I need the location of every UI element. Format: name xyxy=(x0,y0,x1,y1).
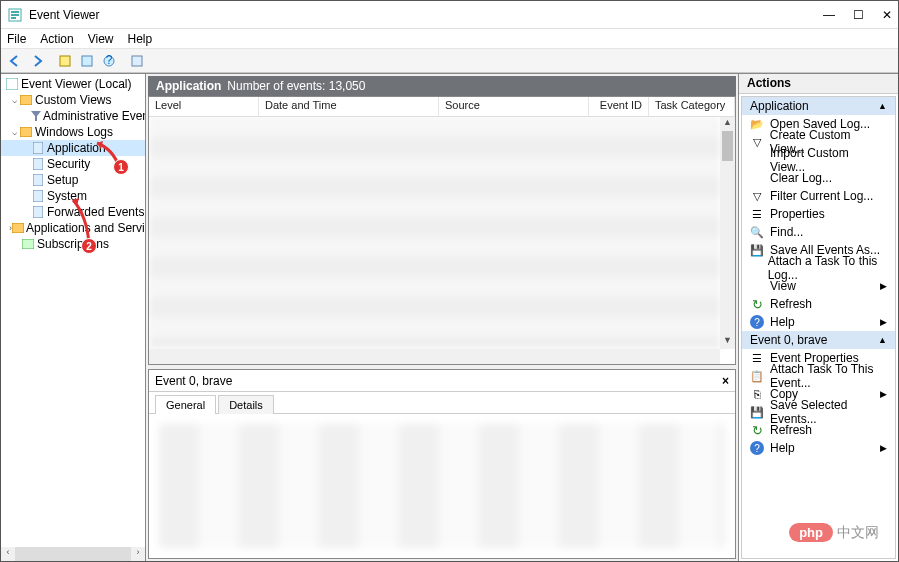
svg-rect-3 xyxy=(11,17,16,19)
tab-details[interactable]: Details xyxy=(218,395,274,414)
minimize-button[interactable]: — xyxy=(823,8,835,22)
log-icon xyxy=(31,189,45,203)
grid-count: Number of events: 13,050 xyxy=(227,79,365,93)
blank-icon xyxy=(750,261,762,275)
filter-icon: ▽ xyxy=(750,135,764,149)
detail-title: Event 0, brave xyxy=(155,374,232,388)
svg-rect-8 xyxy=(132,56,142,66)
menu-file[interactable]: File xyxy=(7,32,26,46)
subscriptions-icon xyxy=(21,237,35,251)
action-item[interactable]: ?Help▶ xyxy=(742,313,895,331)
annotation-badge-2: 2 xyxy=(81,238,97,254)
col-date[interactable]: Date and Time xyxy=(259,97,439,116)
blank-icon xyxy=(750,171,764,185)
detail-close-button[interactable]: × xyxy=(722,374,729,388)
tree-application[interactable]: Application xyxy=(1,140,145,156)
log-icon xyxy=(31,157,45,171)
col-level[interactable]: Level xyxy=(149,97,259,116)
collapse-icon: ▲ xyxy=(878,335,887,345)
svg-rect-4 xyxy=(60,56,70,66)
tree-admin-events[interactable]: Administrative Events xyxy=(1,108,145,124)
col-event-id[interactable]: Event ID xyxy=(589,97,649,116)
action-label: Clear Log... xyxy=(770,171,832,185)
tree-h-scrollbar[interactable]: ‹› xyxy=(1,547,145,561)
actions-section-application[interactable]: Application ▲ xyxy=(742,97,895,115)
php-logo: php xyxy=(789,523,833,542)
detail-tabs: General Details xyxy=(149,392,735,414)
scroll-up-icon[interactable]: ▲ xyxy=(720,117,735,131)
actions-title: Actions xyxy=(739,74,898,94)
properties-icon: ☰ xyxy=(750,351,764,365)
action-item[interactable]: 📋Attach Task To This Event... xyxy=(742,367,895,385)
scroll-down-icon[interactable]: ▼ xyxy=(720,335,735,349)
events-grid[interactable]: Level Date and Time Source Event ID Task… xyxy=(148,96,736,365)
copy-icon: ⎘ xyxy=(750,387,764,401)
filter-icon: ▽ xyxy=(750,189,764,203)
tree-label: Administrative Events xyxy=(43,109,146,123)
maximize-button[interactable]: ☐ xyxy=(853,8,864,22)
actions-section-event[interactable]: Event 0, brave ▲ xyxy=(742,331,895,349)
attach-icon: 📋 xyxy=(750,369,764,383)
navigation-tree[interactable]: Event Viewer (Local) ⌵ Custom Views Admi… xyxy=(1,74,146,561)
svg-text:?: ? xyxy=(106,54,113,67)
expand-icon[interactable]: ⌵ xyxy=(9,127,19,137)
detail-header: Event 0, brave × xyxy=(149,370,735,392)
grid-header-bar: Application Number of events: 13,050 xyxy=(148,76,736,96)
window-controls: — ☐ ✕ xyxy=(823,8,892,22)
svg-rect-1 xyxy=(11,11,19,13)
main-body: Event Viewer (Local) ⌵ Custom Views Admi… xyxy=(1,73,898,561)
log-icon xyxy=(31,205,45,219)
tree-custom-views[interactable]: ⌵ Custom Views xyxy=(1,92,145,108)
section-label: Event 0, brave xyxy=(750,333,827,347)
actions-body: Application ▲ 📂Open Saved Log...▽Create … xyxy=(741,96,896,559)
action-label: Import Custom View... xyxy=(770,146,887,174)
col-source[interactable]: Source xyxy=(439,97,589,116)
action-item[interactable]: Import Custom View... xyxy=(742,151,895,169)
action-item[interactable]: ▽Filter Current Log... xyxy=(742,187,895,205)
tree-root-label: Event Viewer (Local) xyxy=(21,77,132,91)
help-icon: ? xyxy=(750,441,764,455)
back-button[interactable] xyxy=(5,51,25,71)
action-item[interactable]: 🔍Find... xyxy=(742,223,895,241)
action-item[interactable]: ?Help▶ xyxy=(742,439,895,457)
close-button[interactable]: ✕ xyxy=(882,8,892,22)
action-label: Find... xyxy=(770,225,803,239)
annotation-badge-1: 1 xyxy=(113,159,129,175)
action-item[interactable]: Attach a Task To this Log... xyxy=(742,259,895,277)
action-item[interactable]: 💾Save Selected Events... xyxy=(742,403,895,421)
event-viewer-window: Event Viewer — ☐ ✕ File Action View Help… xyxy=(0,0,899,562)
tree-root[interactable]: Event Viewer (Local) xyxy=(1,76,145,92)
svg-rect-13 xyxy=(33,158,43,170)
tree-windows-logs[interactable]: ⌵ Windows Logs xyxy=(1,124,145,140)
tree-label: Setup xyxy=(47,173,78,187)
action-label: Attach a Task To this Log... xyxy=(768,254,887,282)
expand-icon[interactable]: ⌵ xyxy=(9,95,19,105)
blank-icon xyxy=(750,279,764,293)
submenu-arrow-icon: ▶ xyxy=(880,281,887,291)
action-label: Properties xyxy=(770,207,825,221)
scroll-thumb[interactable] xyxy=(722,131,733,161)
tree-label: Windows Logs xyxy=(35,125,113,139)
tool-button-2[interactable] xyxy=(77,51,97,71)
grid-rows[interactable]: ▲ ▼ xyxy=(149,117,735,364)
forward-button[interactable] xyxy=(27,51,47,71)
tool-button-1[interactable] xyxy=(55,51,75,71)
v-scrollbar[interactable]: ▲ ▼ xyxy=(720,117,735,349)
action-item[interactable]: ☰Properties xyxy=(742,205,895,223)
h-scrollbar[interactable] xyxy=(149,349,720,364)
toolbar: ? xyxy=(1,49,898,73)
action-label: Filter Current Log... xyxy=(770,189,873,203)
detail-body xyxy=(149,414,735,558)
grid-title: Application xyxy=(156,79,221,93)
tool-button-3[interactable]: ? xyxy=(99,51,119,71)
menu-action[interactable]: Action xyxy=(40,32,73,46)
menu-view[interactable]: View xyxy=(88,32,114,46)
action-item[interactable]: ↻Refresh xyxy=(742,295,895,313)
svg-rect-17 xyxy=(12,223,24,233)
action-label: Save Selected Events... xyxy=(770,398,887,426)
tool-button-4[interactable] xyxy=(127,51,147,71)
col-task-cat[interactable]: Task Category xyxy=(649,97,735,116)
tab-general[interactable]: General xyxy=(155,395,216,414)
menu-help[interactable]: Help xyxy=(128,32,153,46)
watermark: php 中文网 xyxy=(789,523,879,542)
